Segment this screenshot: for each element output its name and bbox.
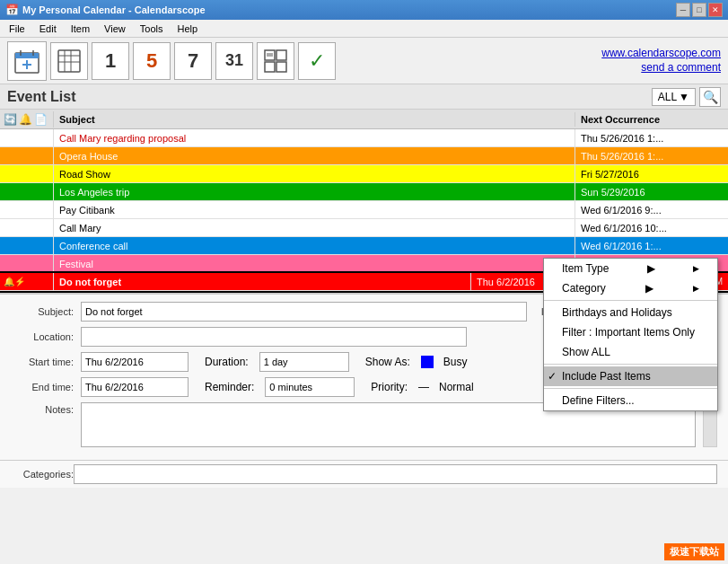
header-subject: Subject (54, 112, 575, 127)
priority-dash: — (418, 381, 429, 393)
tasks-button[interactable]: ✓ (298, 42, 336, 80)
comment-link[interactable]: send a comment (601, 61, 721, 74)
row-subject: Pay mortgage (54, 291, 575, 294)
row-subject: Opera House (54, 147, 575, 164)
restore-button[interactable]: □ (692, 3, 706, 17)
priority-label: Priority: (371, 381, 408, 393)
title-bar: 📅 My Personal Calendar - Calendarscope ─… (0, 0, 728, 20)
doc-icon: 📄 (34, 113, 48, 126)
row-next: Sun 5/29/2016 (575, 183, 728, 200)
location-label: Location: (11, 331, 74, 342)
row-subject: Call Mary regarding proposal (54, 129, 575, 146)
categories-input[interactable] (74, 464, 717, 484)
search-button[interactable]: 🔍 (699, 87, 721, 107)
menu-tools[interactable]: Tools (133, 22, 171, 36)
end-input[interactable] (81, 377, 189, 397)
month-button[interactable]: 31 (215, 42, 253, 80)
duration-input[interactable] (259, 352, 349, 372)
menu-bar: File Edit Item View Tools Help (0, 20, 728, 38)
table-row[interactable]: Conference call Wed 6/1/2016 1:... (0, 237, 728, 255)
new-event-button[interactable] (7, 41, 47, 81)
location-input[interactable] (81, 327, 467, 347)
table-header: 🔄 🔔 📄 Subject Next Occurrence (0, 110, 728, 129)
section-title: Event List (7, 89, 75, 105)
header-icons: 🔄 🔔 📄 (0, 111, 54, 128)
row-icons (0, 291, 54, 294)
table-row[interactable]: Road Show Fri 5/27/2016 (0, 165, 728, 183)
svg-rect-1 (15, 53, 39, 58)
refresh-icon: 🔄 (4, 113, 17, 126)
priority-value: Normal (439, 381, 474, 393)
row-icons (0, 201, 54, 218)
row-icons (0, 165, 54, 182)
row-next: Wed 6/1/2016 9:... (575, 201, 728, 218)
table-row[interactable]: Call Mary Wed 6/1/2016 10:... (0, 219, 728, 237)
row-icons: 🔔⚡ (0, 273, 54, 290)
row-subject: Road Show (54, 165, 575, 182)
dropdown-filter-important[interactable]: Filter : Important Items Only (544, 322, 717, 342)
all-filter-button[interactable]: ALL ▼ (652, 88, 696, 106)
dropdown-birthdays[interactable]: Birthdays and Holidays (544, 303, 717, 322)
dropdown-show-all[interactable]: Show ALL (544, 342, 717, 362)
categories-row: Categories: (0, 460, 728, 488)
svg-rect-12 (276, 50, 286, 60)
reminder-label: Reminder: (205, 381, 254, 393)
dropdown-divider2 (544, 364, 717, 365)
row-next: Wed 6/1/2016 1:... (575, 237, 728, 254)
row-subject: Pay Citibank (54, 201, 575, 218)
menu-edit[interactable]: Edit (32, 22, 64, 36)
menu-file[interactable]: File (2, 22, 32, 36)
day1-button[interactable]: 1 (92, 42, 129, 80)
row-subject: Call Mary (54, 219, 575, 236)
subject-input[interactable] (81, 302, 527, 322)
checkmark-icon: ✓ (548, 370, 557, 383)
row-icons (0, 147, 54, 164)
menu-item[interactable]: Item (64, 22, 97, 36)
svg-rect-14 (276, 62, 286, 72)
row-subject: Los Angeles trip (54, 183, 575, 200)
row-subject: Festival (54, 255, 575, 272)
row-next: Thu 5/26/2016 1:... (575, 147, 728, 164)
show-as-label: Show As: (365, 356, 410, 368)
svg-rect-13 (265, 62, 275, 72)
row-icons (0, 129, 54, 146)
day5-button[interactable]: 5 (133, 42, 171, 80)
toolbar-links: www.calendarscope.com send a comment (601, 47, 721, 75)
toolbar: 1 5 7 31 ✓ www.calendarscope.com send a … (0, 38, 728, 84)
dropdown-category[interactable]: Category▶ (544, 278, 717, 298)
table-row[interactable]: Opera House Thu 5/26/2016 1:... (0, 147, 728, 165)
menu-view[interactable]: View (97, 22, 133, 36)
table-row[interactable]: Call Mary regarding proposal Thu 5/26/20… (0, 129, 728, 147)
subject-label: Subject: (11, 306, 74, 317)
day7-button[interactable]: 7 (174, 42, 212, 80)
row-next: Wed 6/1/2016 10:... (575, 219, 728, 236)
end-label: End time: (11, 382, 74, 392)
minimize-button[interactable]: ─ (676, 3, 690, 17)
duration-label: Duration: (205, 356, 249, 368)
table-row[interactable]: Pay Citibank Wed 6/1/2016 9:... (0, 201, 728, 219)
table-row[interactable]: Los Angeles trip Sun 5/29/2016 (0, 183, 728, 201)
dropdown-arrow-icon: ▼ (679, 91, 689, 103)
reminder-input[interactable] (265, 377, 355, 397)
dropdown-define-filters[interactable]: Define Filters... (544, 391, 717, 410)
menu-help[interactable]: Help (170, 22, 205, 36)
start-label: Start time: (11, 357, 74, 367)
list-view-button[interactable] (257, 42, 294, 80)
start-input[interactable] (81, 352, 189, 372)
row-subject: Do not forget (54, 273, 471, 290)
app-icon: 📅 (5, 4, 19, 16)
dropdown-include-past[interactable]: ✓ Include Past Items (544, 366, 717, 386)
section-header: Event List ALL ▼ 🔍 (0, 84, 728, 110)
header-next: Next Occurrence (575, 112, 728, 127)
filter-dropdown: Item Type▶ Category▶ Birthdays and Holid… (543, 258, 718, 411)
row-icons (0, 255, 54, 272)
week-view-button[interactable] (50, 42, 88, 80)
dropdown-item-type[interactable]: Item Type▶ (544, 259, 717, 278)
website-link[interactable]: www.calendarscope.com (601, 47, 721, 59)
close-button[interactable]: ✕ (708, 3, 723, 17)
show-as-color-box (421, 356, 434, 368)
categories-label: Categories: (11, 469, 74, 480)
dropdown-divider (544, 300, 717, 301)
notes-label: Notes: (11, 404, 74, 415)
svg-rect-6 (58, 50, 80, 72)
